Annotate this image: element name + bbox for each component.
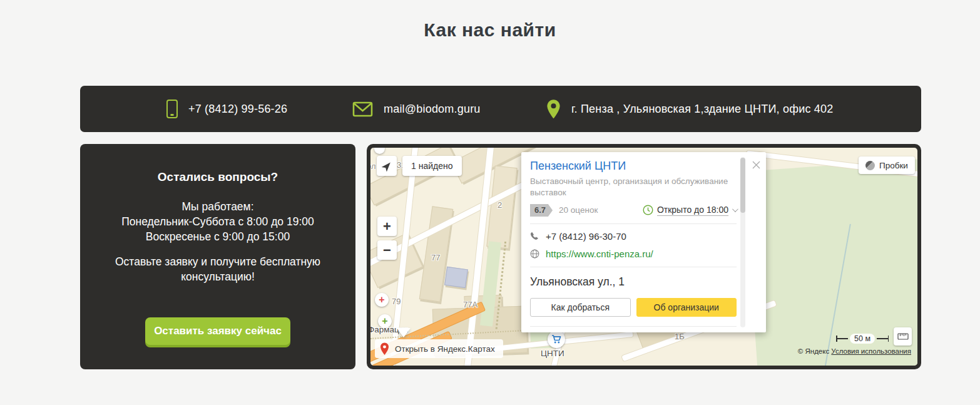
working-hours-line: Мы работаем: — [80, 199, 355, 214]
promo-text: Оставьте заявку и получите бесплатную ко… — [99, 254, 337, 284]
navigation-arrow-icon — [379, 158, 396, 175]
popup-phone-number: +7 (8412) 96-30-70 — [546, 231, 626, 242]
directions-button[interactable]: Как добраться — [530, 298, 631, 317]
traffic-label: Пробки — [879, 161, 908, 170]
map-poi[interactable] — [374, 148, 385, 154]
contact-email: mail@biodom.guru — [352, 86, 481, 132]
contact-bar: +7 (8412) 99-56-26 mail@biodom.guru г. П… — [80, 86, 921, 132]
about-organization-button[interactable]: Об организации — [636, 298, 737, 317]
popup-scrollbar-thumb[interactable] — [740, 158, 745, 213]
popup-site-row: https://www.cnti-penza.ru/ — [530, 249, 737, 259]
copyright-text: © Яндекс — [798, 347, 829, 355]
open-status[interactable]: Открыто до 18:00 — [643, 205, 737, 216]
phone-handset-icon — [530, 232, 539, 241]
shopping-cart-icon — [551, 334, 561, 344]
leave-request-button[interactable]: Оставить заявку сейчас — [145, 317, 290, 345]
popup-place-category: Выставочный центр, организация и обслужи… — [530, 176, 734, 198]
envelope-icon — [352, 101, 373, 117]
map-label-77: 77 — [431, 253, 440, 262]
zoom-out-button[interactable]: − — [377, 240, 397, 260]
scale-bar — [877, 338, 888, 339]
map-label-79: 79 — [392, 297, 401, 306]
panel-title: Остались вопросы? — [80, 170, 355, 184]
place-popup: Пензенский ЦНТИ Выставочный центр, орган… — [521, 152, 766, 332]
location-pin-icon — [546, 99, 561, 120]
zoom-in-button[interactable]: + — [377, 217, 397, 236]
popup-buttons: Как добраться Об организации — [530, 298, 737, 317]
working-hours: Мы работаем: Понедельник-Суббота с 8:00 … — [80, 199, 355, 244]
map-building-blue — [444, 267, 468, 288]
map-label-77a: 77А — [463, 300, 477, 309]
map-scale: 50 м — [836, 334, 889, 344]
divider — [530, 267, 737, 267]
rating-group: 6.7 20 оценок — [530, 204, 598, 217]
scale-label: 50 м — [850, 334, 875, 344]
popup-tail — [397, 328, 411, 337]
open-status-text: Открыто до 18:00 — [657, 205, 728, 216]
open-in-yandex-text: Открыть в Яндекс.Картах — [395, 344, 495, 354]
popup-phone-row: +7 (8412) 96-30-70 — [530, 231, 737, 242]
popup-meta-row: 6.7 20 оценок Открыто до 18:00 — [530, 204, 737, 217]
reviews-link[interactable]: 20 оценок — [559, 205, 598, 215]
chevron-down-icon — [732, 207, 738, 213]
contact-phone: +7 (8412) 99-56-26 — [166, 86, 287, 132]
globe-icon — [530, 249, 539, 259]
rating-badge[interactable]: 6.7 — [530, 204, 553, 217]
contact-email-text: mail@biodom.guru — [384, 103, 481, 116]
contact-address: г. Пенза , Ульяновская 1,здание ЦНТИ, оф… — [546, 86, 833, 132]
map-copyright: © Яндекс Условия использования — [798, 347, 911, 355]
search-results-badge[interactable]: 1 найдено — [402, 156, 462, 176]
cnti-placemark[interactable] — [548, 331, 565, 348]
questions-panel: Остались вопросы? Мы работаем: Понедельн… — [80, 144, 355, 369]
popup-scrollbar — [740, 157, 745, 327]
popup-content: Пензенский ЦНТИ Выставочный центр, орган… — [521, 152, 737, 327]
close-icon — [752, 160, 761, 170]
page: Как нас найти +7 (8412) 99-56-26 mail@bi… — [0, 0, 980, 405]
page-title: Как нас найти — [0, 19, 980, 41]
map-label-cnti: ЦНТИ — [541, 349, 564, 358]
map-label-1b: 1Б — [675, 332, 685, 341]
mobile-phone-icon — [166, 100, 178, 118]
contact-phone-text: +7 (8412) 99-56-26 — [188, 103, 287, 116]
popup-address: Ульяновская ул., 1 — [530, 275, 737, 289]
red-cross-glyph: + — [379, 295, 384, 305]
divider — [530, 326, 737, 327]
scale-tick — [888, 336, 889, 342]
yandex-pin-icon — [380, 342, 389, 356]
open-in-yandex-link[interactable]: Открыть в Яндекс.Картах — [375, 339, 503, 358]
map-street-label: ол — [370, 161, 376, 171]
map-widget: ол 31 2 77 77А 1Б 79 Фармация ЦНТИ + + — [367, 144, 921, 369]
traffic-button[interactable]: Пробки — [859, 156, 915, 174]
working-hours-line: Понедельник-Суббота с 8:00 до 19:00 — [80, 214, 355, 229]
geolocation-button[interactable] — [377, 156, 397, 176]
divider — [530, 223, 737, 224]
clock-icon — [643, 205, 653, 215]
terms-of-use-link[interactable]: Условия использования — [831, 347, 911, 355]
contact-address-text: г. Пенза , Ульяновская 1,здание ЦНТИ, оф… — [571, 103, 833, 116]
ruler-button[interactable] — [894, 327, 912, 346]
popup-place-title[interactable]: Пензенский ЦНТИ — [530, 160, 737, 173]
pharmacy-poi-icon[interactable]: + — [375, 293, 389, 307]
scale-bar — [837, 338, 849, 339]
map-label-2: 2 — [498, 200, 502, 210]
ruler-icon — [897, 332, 909, 341]
working-hours-line: Воскресенье с 9:00 до 15:00 — [80, 229, 355, 244]
traffic-icon — [865, 161, 875, 170]
popup-website-link[interactable]: https://www.cnti-penza.ru/ — [546, 249, 653, 259]
popup-close-button[interactable] — [749, 158, 763, 172]
map-surface[interactable]: ол 31 2 77 77А 1Б 79 Фармация ЦНТИ + + — [370, 148, 917, 366]
